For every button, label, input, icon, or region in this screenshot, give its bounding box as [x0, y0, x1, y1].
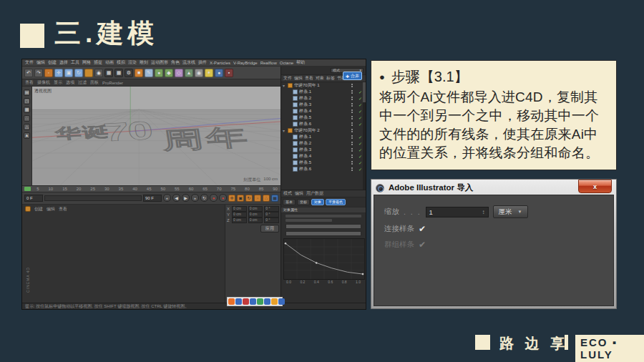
- viewport-menu-item[interactable]: 查看: [25, 79, 34, 86]
- rotation-field[interactable]: 0 °: [264, 206, 279, 212]
- position-field[interactable]: 0 cm: [232, 206, 247, 212]
- rotation-field[interactable]: 0 °: [264, 217, 279, 223]
- visibility-dots-icon[interactable]: [350, 128, 357, 133]
- visibility-dots-icon[interactable]: [350, 115, 357, 120]
- object-name[interactable]: 样条.1: [299, 89, 348, 95]
- position-field[interactable]: 0 cm: [232, 212, 247, 217]
- object-manager-menu-item[interactable]: 对象: [316, 75, 324, 82]
- spline-pen-icon[interactable]: ✎: [145, 69, 153, 77]
- viewport-menu-item[interactable]: 选项: [66, 79, 74, 86]
- object-tree-row[interactable]: ▾ 华诞70周年 1: [281, 82, 366, 89]
- subdivision-icon[interactable]: ●: [155, 69, 163, 77]
- render-settings-icon[interactable]: ⚙: [125, 69, 133, 77]
- record-rotation-icon[interactable]: ↻: [245, 195, 253, 202]
- checkbox-checked-icon[interactable]: ✔: [419, 224, 426, 234]
- visibility-dots-icon[interactable]: [350, 102, 357, 107]
- c4d-menu-item[interactable]: 创建: [48, 59, 57, 66]
- record-keyframe-icon[interactable]: ●: [210, 194, 218, 202]
- attribute-tab[interactable]: 平滑着色: [326, 199, 346, 205]
- viewport-menu-item[interactable]: 摄像机: [37, 79, 50, 86]
- size-field[interactable]: 0 cm: [248, 206, 263, 212]
- object-name[interactable]: 样条.6: [299, 166, 348, 172]
- c4d-menu-item[interactable]: 帮助: [296, 59, 305, 66]
- c4d-menu-item[interactable]: 运动图形: [151, 59, 168, 66]
- material-menu-item[interactable]: 查看: [59, 206, 67, 212]
- object-name[interactable]: 样条.2: [299, 140, 348, 147]
- object-tree-row[interactable]: 样条.2 ✓: [281, 140, 366, 147]
- object-tree-row[interactable]: 样条.1 ✓: [281, 89, 366, 95]
- c4d-menu-item[interactable]: 网格: [82, 59, 91, 66]
- viewport-menu-item[interactable]: 显示: [54, 79, 62, 86]
- material-icon[interactable]: ●: [215, 69, 223, 77]
- object-tree-row[interactable]: 样条.4 ✓: [281, 108, 366, 114]
- object-name[interactable]: 华诞70周年 2: [294, 127, 348, 134]
- edges-mode-icon[interactable]: △: [24, 124, 30, 130]
- end-frame-field[interactable]: 90 F: [143, 195, 162, 202]
- keyframe-selection-icon[interactable]: ▦: [271, 195, 278, 202]
- object-name[interactable]: 样条.6: [299, 121, 348, 127]
- checkbox-checked-disabled-icon[interactable]: ✔: [419, 240, 426, 250]
- expand-twist-icon[interactable]: ▾: [283, 128, 286, 133]
- attribute-slider[interactable]: [286, 231, 361, 236]
- rotation-field[interactable]: 0 °: [264, 212, 279, 217]
- live-selection-icon[interactable]: ◦: [44, 69, 53, 77]
- falloff-curve-panel[interactable]: 0.00.20.40.60.81.0: [283, 238, 364, 284]
- c4d-menu-item[interactable]: 流水线: [182, 59, 195, 66]
- object-tree-row[interactable]: 样条.2 ✓: [281, 95, 366, 102]
- viewport-menu-item[interactable]: 过滤: [78, 79, 87, 86]
- c4d-menu-item[interactable]: 模拟: [117, 59, 125, 66]
- record-pla-icon[interactable]: ∴: [263, 195, 270, 202]
- timeline-ruler[interactable]: 051015202530354045505560657075808590: [22, 185, 280, 192]
- next-frame-icon[interactable]: »: [191, 194, 199, 202]
- light-icon[interactable]: ☀: [205, 69, 213, 77]
- model-mode-icon[interactable]: ◳: [24, 98, 30, 104]
- object-manager-menu-item[interactable]: 编辑: [294, 75, 303, 82]
- visibility-dots-icon[interactable]: [350, 141, 357, 146]
- attribute-menu-item[interactable]: 编辑: [295, 190, 303, 197]
- object-tree-row[interactable]: 样条.3 ✓: [281, 147, 366, 153]
- c4d-menu-item[interactable]: Realflow: [260, 61, 277, 65]
- object-name[interactable]: 样条.1: [299, 134, 348, 140]
- scale-icon[interactable]: ▣: [64, 69, 73, 77]
- undo-icon[interactable]: ↶: [24, 69, 33, 77]
- visibility-dots-icon[interactable]: [350, 89, 357, 94]
- visibility-dots-icon[interactable]: [350, 122, 357, 127]
- size-field[interactable]: 0 cm: [248, 217, 263, 223]
- current-frame-field[interactable]: 0 F: [24, 195, 43, 202]
- object-name[interactable]: 样条.5: [299, 114, 348, 121]
- c4d-menu-item[interactable]: 选择: [59, 59, 68, 66]
- c4d-menu-item[interactable]: 角色: [171, 59, 180, 66]
- polygons-mode-icon[interactable]: ▲: [24, 132, 30, 139]
- c4d-menu-item[interactable]: 捕捉: [94, 59, 102, 66]
- rotate-icon[interactable]: ↻: [74, 69, 83, 77]
- object-tree-row[interactable]: ▾ 华诞70周年 2: [281, 127, 366, 134]
- timeline-playhead[interactable]: [24, 187, 31, 191]
- c4d-menu-item[interactable]: 渲染: [128, 59, 137, 66]
- close-button[interactable]: x: [578, 180, 612, 193]
- spinner-icon[interactable]: ↕: [482, 209, 485, 215]
- cube-primitive-icon[interactable]: ■: [135, 69, 143, 77]
- render-picture-icon[interactable]: ▦: [114, 69, 123, 77]
- record-position-icon[interactable]: ✛: [228, 195, 235, 202]
- object-manager-menu-item[interactable]: 文件: [283, 75, 292, 82]
- c4d-menu-item[interactable]: 编辑: [36, 59, 45, 66]
- last-tool-icon[interactable]: [84, 69, 93, 77]
- prev-frame-icon[interactable]: ◀: [172, 194, 180, 202]
- viewport-menu-item[interactable]: ProRender: [102, 81, 123, 85]
- viewport-3d[interactable]: 华诞 70 周年 透视视图 刻度单位 100 cm: [32, 87, 280, 185]
- c4d-menu-item[interactable]: V-RayBridge: [233, 61, 258, 65]
- object-name[interactable]: 华诞70周年 1: [294, 82, 348, 89]
- material-menu-item[interactable]: 编辑: [47, 206, 55, 212]
- redo-icon[interactable]: ↷: [34, 69, 43, 77]
- c4d-menu-item[interactable]: 文件: [25, 59, 34, 66]
- points-mode-icon[interactable]: ∴: [24, 115, 30, 122]
- c4d-menu-item[interactable]: 雕刻: [140, 59, 148, 66]
- visibility-dots-icon[interactable]: [350, 154, 357, 159]
- c4d-menu-item[interactable]: 工具: [71, 59, 79, 66]
- visibility-dots-icon[interactable]: [350, 167, 357, 172]
- visibility-dots-icon[interactable]: [350, 83, 357, 88]
- viewport-menu-item[interactable]: 面板: [90, 79, 99, 86]
- object-name[interactable]: 样条.2: [299, 95, 348, 102]
- c4d-menu-item[interactable]: X-Particles: [210, 61, 230, 65]
- make-editable-icon[interactable]: ▤: [24, 89, 30, 96]
